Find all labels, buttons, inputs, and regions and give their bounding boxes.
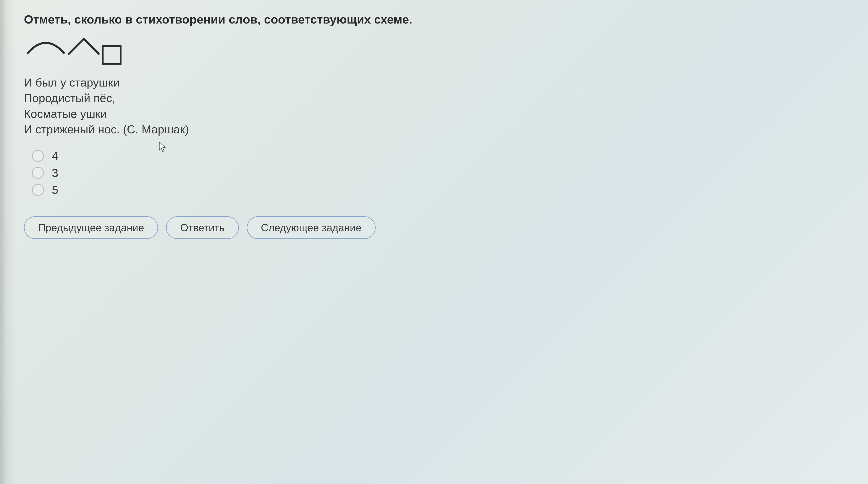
poem-author: (С. Маршак) — [123, 123, 189, 136]
poem-line-text: И стриженый нос. — [24, 123, 120, 136]
answer-button[interactable]: Ответить — [166, 216, 239, 239]
poem-line: И был у старушки — [24, 75, 852, 90]
option-4[interactable]: 4 — [32, 149, 852, 162]
ending-box-icon — [103, 46, 121, 64]
radio-icon[interactable] — [32, 150, 44, 162]
option-label: 3 — [52, 166, 58, 180]
radio-icon[interactable] — [32, 167, 44, 179]
page-gutter — [0, 0, 16, 484]
scheme-svg — [24, 35, 128, 65]
root-arc-icon — [28, 43, 64, 53]
option-label: 4 — [52, 149, 58, 162]
morpheme-scheme — [24, 35, 852, 65]
button-row: Предыдущее задание Ответить Следующее за… — [24, 216, 852, 239]
poem-line: И стриженый нос. (С. Маршак) — [24, 122, 852, 137]
option-5[interactable]: 5 — [32, 183, 852, 196]
prev-task-button[interactable]: Предыдущее задание — [24, 216, 158, 239]
suffix-caret-icon — [69, 39, 99, 54]
radio-icon[interactable] — [32, 184, 44, 196]
question-text: Отметь, сколько в стихотворении слов, со… — [24, 12, 852, 27]
next-task-button[interactable]: Следующее задание — [247, 216, 376, 239]
options-group: 4 3 5 — [32, 149, 852, 196]
poem-line: Косматые ушки — [24, 106, 852, 122]
option-3[interactable]: 3 — [32, 166, 852, 180]
task-page: Отметь, сколько в стихотворении слов, со… — [0, 0, 868, 484]
option-label: 5 — [52, 183, 58, 196]
poem-line: Породистый пёс, — [24, 90, 852, 106]
poem-block: И был у старушки Породистый пёс, Косматы… — [24, 75, 852, 137]
